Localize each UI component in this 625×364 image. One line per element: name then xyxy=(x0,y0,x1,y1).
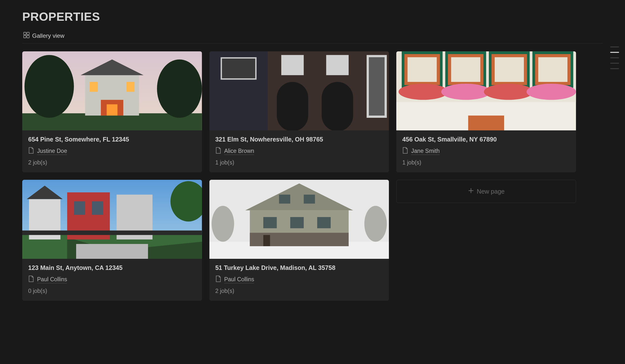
plus-icon xyxy=(468,187,474,195)
property-jobs-count: 2 job(s) xyxy=(215,288,383,294)
property-person[interactable]: Paul Collins xyxy=(28,275,196,284)
outline-line[interactable] xyxy=(610,63,619,64)
svg-rect-38 xyxy=(468,115,504,130)
svg-point-6 xyxy=(25,55,74,118)
property-person[interactable]: Alice Brown xyxy=(215,147,383,155)
property-card[interactable]: 123 Main St, Anytown, CA 12345 Paul Coll… xyxy=(22,180,202,301)
property-jobs-count: 1 job(s) xyxy=(215,159,383,166)
property-person[interactable]: Paul Collins xyxy=(215,275,383,284)
property-address: 123 Main St, Anytown, CA 12345 xyxy=(28,264,196,271)
property-thumbnail xyxy=(209,180,389,259)
svg-rect-33 xyxy=(538,57,567,82)
card-body: 321 Elm St, Nowheresville, OH 98765 Alic… xyxy=(209,130,389,172)
svg-rect-20 xyxy=(281,55,304,75)
svg-rect-11 xyxy=(90,82,98,92)
page-icon xyxy=(215,275,221,284)
svg-rect-19 xyxy=(322,82,353,130)
svg-rect-1 xyxy=(27,32,30,35)
svg-rect-2 xyxy=(24,36,26,38)
svg-rect-59 xyxy=(263,235,270,246)
page-outline-rail[interactable] xyxy=(610,46,619,69)
svg-rect-50 xyxy=(76,244,148,259)
page-title: PROPERTIES xyxy=(22,10,603,24)
property-card[interactable]: 654 Pine St, Somewhere, FL 12345 Justine… xyxy=(22,51,202,172)
svg-point-7 xyxy=(157,59,202,118)
person-name: Jane Smith xyxy=(411,148,439,155)
card-body: 51 Turkey Lake Drive, Madison, AL 35758 … xyxy=(209,259,389,301)
svg-rect-45 xyxy=(74,201,85,215)
new-page-label: New page xyxy=(477,188,505,195)
svg-rect-18 xyxy=(277,82,308,130)
view-tabs: Gallery view xyxy=(22,29,603,43)
svg-rect-13 xyxy=(107,104,118,115)
person-name: Justine Doe xyxy=(37,148,67,155)
tab-gallery-view[interactable]: Gallery view xyxy=(22,29,65,43)
property-thumbnail xyxy=(22,180,202,259)
page-icon xyxy=(402,147,408,155)
property-thumbnail xyxy=(209,51,389,130)
svg-rect-48 xyxy=(22,230,202,235)
svg-rect-60 xyxy=(279,195,290,203)
svg-rect-31 xyxy=(451,57,480,82)
card-body: 654 Pine St, Somewhere, FL 12345 Justine… xyxy=(22,130,202,172)
page-icon xyxy=(215,147,221,155)
svg-point-35 xyxy=(441,84,491,100)
svg-rect-17 xyxy=(222,58,255,78)
svg-point-36 xyxy=(484,84,533,100)
svg-point-34 xyxy=(399,84,448,100)
property-person[interactable]: Justine Doe xyxy=(28,147,196,155)
property-jobs-count: 2 job(s) xyxy=(28,159,196,166)
property-jobs-count: 0 job(s) xyxy=(28,288,196,294)
person-name: Alice Brown xyxy=(224,148,254,155)
property-card[interactable]: 321 Elm St, Nowheresville, OH 98765 Alic… xyxy=(209,51,389,172)
svg-rect-30 xyxy=(408,57,437,82)
card-body: 123 Main St, Anytown, CA 12345 Paul Coll… xyxy=(22,259,202,301)
svg-rect-58 xyxy=(317,217,331,228)
outline-line[interactable] xyxy=(610,46,619,47)
property-thumbnail xyxy=(22,51,202,130)
outline-line[interactable] xyxy=(610,52,619,53)
svg-rect-23 xyxy=(369,57,385,115)
property-thumbnail xyxy=(396,51,576,130)
property-jobs-count: 1 job(s) xyxy=(402,159,570,166)
svg-rect-12 xyxy=(126,82,134,92)
person-name: Paul Collins xyxy=(224,276,254,283)
outline-line[interactable] xyxy=(610,57,619,58)
svg-rect-21 xyxy=(326,55,349,75)
svg-point-37 xyxy=(527,84,576,100)
svg-rect-32 xyxy=(495,57,524,82)
card-body: 456 Oak St, Smallville, NY 67890 Jane Sm… xyxy=(396,130,576,172)
gallery-grid: 654 Pine St, Somewhere, FL 12345 Justine… xyxy=(22,51,576,301)
svg-rect-3 xyxy=(27,36,30,38)
property-card[interactable]: 51 Turkey Lake Drive, Madison, AL 35758 … xyxy=(209,180,389,301)
svg-rect-46 xyxy=(92,201,103,215)
property-card[interactable]: 456 Oak St, Smallville, NY 67890 Jane Sm… xyxy=(396,51,576,172)
svg-rect-0 xyxy=(24,32,26,35)
svg-point-62 xyxy=(212,206,234,242)
svg-rect-61 xyxy=(304,195,315,203)
svg-rect-56 xyxy=(263,217,277,228)
property-person[interactable]: Jane Smith xyxy=(402,147,570,155)
new-page-button[interactable]: New page xyxy=(396,180,576,203)
page-icon xyxy=(28,275,34,284)
page-icon xyxy=(28,147,34,155)
gallery-grid-icon xyxy=(23,32,30,40)
property-address: 456 Oak St, Smallville, NY 67890 xyxy=(402,136,570,143)
tab-label: Gallery view xyxy=(32,32,64,39)
outline-line[interactable] xyxy=(610,68,619,69)
property-address: 321 Elm St, Nowheresville, OH 98765 xyxy=(215,136,383,143)
svg-point-63 xyxy=(364,206,387,242)
svg-rect-57 xyxy=(290,217,304,228)
property-address: 654 Pine St, Somewhere, FL 12345 xyxy=(28,136,196,143)
property-address: 51 Turkey Lake Drive, Madison, AL 35758 xyxy=(215,264,383,271)
person-name: Paul Collins xyxy=(37,276,67,283)
